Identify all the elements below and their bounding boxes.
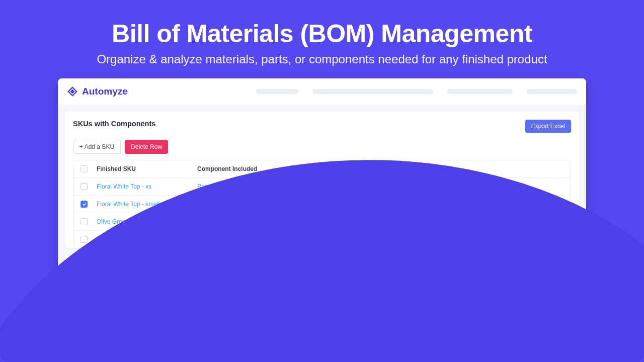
nav-placeholder (447, 89, 513, 94)
add-sku-button[interactable]: + Add a SKU (73, 140, 121, 154)
export-excel-button[interactable]: Export Excel (525, 120, 571, 133)
skus-panel-title: SKUs with Components (73, 120, 155, 128)
row-checkbox[interactable] (80, 201, 88, 208)
brand-name: Automyze (82, 86, 128, 97)
row-checkbox[interactable] (80, 236, 88, 243)
nav-placeholder (527, 89, 577, 94)
brand: Automyze (67, 86, 128, 97)
hero-title: Bill of Materials (BOM) Management (0, 0, 644, 48)
nav-placeholder (256, 89, 298, 94)
header-finished-sku: Finished SKU (97, 165, 197, 172)
hero-subtitle: Organize & analyze materials, parts, or … (0, 52, 644, 66)
row-checkbox[interactable] (80, 218, 88, 225)
brand-logo-icon (67, 86, 78, 97)
row-checkbox[interactable] (80, 183, 88, 190)
header-nav-placeholders (256, 89, 577, 94)
app-header: Automyze (58, 78, 586, 105)
nav-placeholder (312, 89, 433, 94)
sku-link[interactable]: Floral White Top - xs (97, 183, 197, 190)
select-all-checkbox[interactable] (80, 165, 88, 172)
delete-row-button[interactable]: Delete Row (125, 140, 168, 154)
